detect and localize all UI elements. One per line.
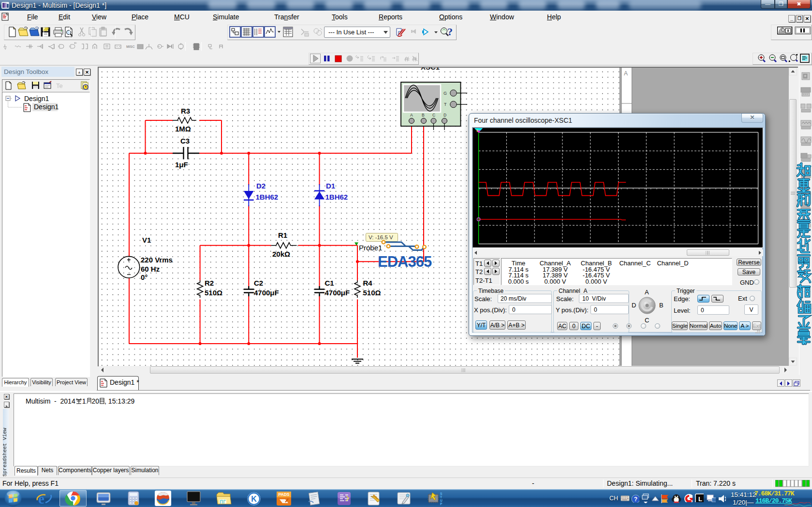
- svg-text:?: ?: [634, 496, 637, 503]
- svg-text:R3: R3: [181, 107, 190, 115]
- svg-text:R1: R1: [278, 231, 287, 239]
- svg-text:5: 5: [476, 129, 478, 132]
- svg-text:20kΩ: 20kΩ: [272, 250, 290, 258]
- svg-text:1BH62: 1BH62: [256, 193, 279, 201]
- svg-text:T: T: [444, 102, 447, 107]
- svg-text:L: L: [698, 495, 702, 502]
- svg-text:D: D: [443, 113, 446, 117]
- svg-text:A: A: [410, 113, 413, 117]
- svg-text:1BH62: 1BH62: [325, 193, 348, 201]
- svg-text:0°: 0°: [141, 273, 148, 281]
- svg-text:Design1: Design1: [34, 103, 59, 111]
- svg-text:K: K: [251, 495, 257, 503]
- svg-text:C: C: [432, 113, 435, 117]
- svg-text:B: B: [422, 113, 425, 117]
- svg-text:PADS: PADS: [279, 492, 290, 497]
- svg-text:Te: Te: [56, 82, 63, 89]
- svg-text:V: -16.5 V: V: -16.5 V: [369, 234, 393, 240]
- svg-text:1μF: 1μF: [175, 160, 188, 169]
- svg-text:U: U: [440, 499, 443, 502]
- svg-text:e: e: [38, 491, 44, 506]
- svg-text:1MΩ: 1MΩ: [175, 125, 191, 133]
- svg-text:A: A: [624, 70, 628, 77]
- svg-text:XSC1: XSC1: [421, 68, 440, 71]
- svg-text:C2: C2: [254, 279, 263, 287]
- svg-text:220 Vrms: 220 Vrms: [141, 256, 173, 264]
- svg-text:C1: C1: [325, 279, 334, 287]
- svg-text:V1: V1: [142, 236, 151, 244]
- svg-text:4700μF: 4700μF: [325, 289, 350, 297]
- svg-text:MISC: MISC: [126, 45, 135, 48]
- svg-text:EDA365: EDA365: [378, 253, 432, 270]
- svg-text:D1: D1: [326, 182, 335, 190]
- svg-text:T: T: [440, 495, 442, 499]
- svg-text:4700μF: 4700μF: [254, 289, 279, 297]
- svg-text:Probe1: Probe1: [359, 244, 382, 252]
- svg-text:D2: D2: [256, 182, 266, 190]
- svg-text:G: G: [443, 91, 447, 96]
- svg-text:Design1: Design1: [24, 95, 49, 102]
- svg-text:R2: R2: [205, 279, 214, 287]
- svg-text:S: S: [440, 492, 443, 495]
- svg-text:60 Hz: 60 Hz: [141, 265, 160, 273]
- svg-text:P: P: [440, 502, 443, 506]
- svg-text:R4: R4: [363, 279, 373, 287]
- svg-text:510Ω: 510Ω: [205, 289, 222, 297]
- svg-text:C3: C3: [180, 137, 190, 145]
- svg-text:510Ω: 510Ω: [363, 289, 381, 297]
